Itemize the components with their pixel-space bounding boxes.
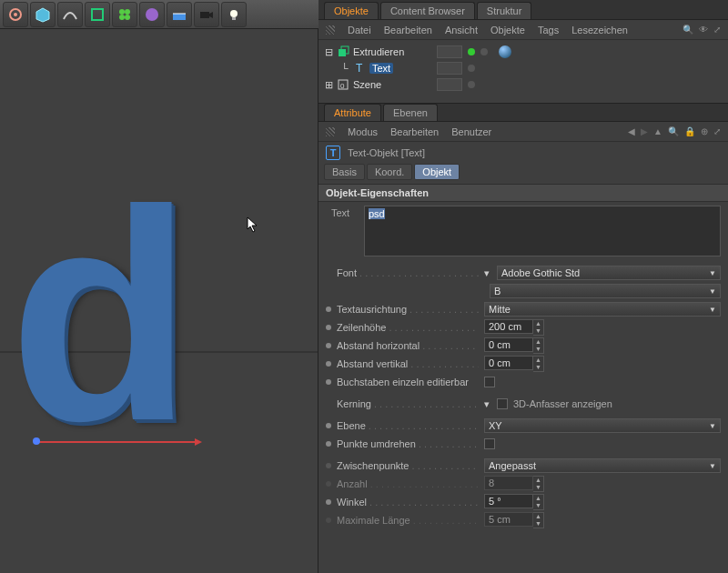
- spline-icon[interactable]: [57, 2, 83, 27]
- bullet-icon: [326, 499, 331, 505]
- prop-label: Zeilenhöhe: [337, 322, 479, 333]
- tree-item-label: Szene: [353, 79, 431, 90]
- intermediate-select[interactable]: Angepasst▼: [484, 458, 721, 473]
- text-input[interactable]: psd: [364, 206, 721, 256]
- subtab-object[interactable]: Objekt: [414, 164, 460, 180]
- spinner-icon[interactable]: ▲▼: [533, 319, 544, 336]
- show3d-checkbox[interactable]: [497, 398, 508, 409]
- search-icon[interactable]: 🔍: [682, 25, 693, 35]
- prop-hspace: Abstand horizontal ▲▼: [318, 337, 728, 355]
- prop-intermediate: Zwischenpunkte Angepasst▼: [318, 457, 728, 475]
- prop-plane: Ebene XY▼: [318, 417, 728, 435]
- hspace-input[interactable]: [484, 337, 533, 352]
- right-panel: Objekte Content Browser Struktur Datei B…: [318, 0, 728, 573]
- sphere-icon[interactable]: [139, 2, 165, 27]
- null-icon: 0: [337, 78, 349, 91]
- layer-slot[interactable]: [437, 45, 462, 58]
- bullet-icon: [326, 463, 331, 468]
- lock-icon[interactable]: 🔒: [684, 126, 695, 136]
- lineheight-input[interactable]: [484, 319, 533, 334]
- grip-icon[interactable]: [326, 25, 335, 35]
- svg-rect-11: [200, 12, 209, 18]
- eye-icon[interactable]: 👁: [699, 25, 708, 35]
- menu-file[interactable]: Datei: [348, 25, 371, 35]
- tree-expander-icon[interactable]: ⊞: [324, 79, 333, 91]
- prop-label: Punkte umdrehen: [337, 438, 479, 449]
- nav-fwd-icon[interactable]: ▶: [641, 126, 648, 136]
- spinner-icon: ▲▼: [533, 512, 544, 528]
- plane-select[interactable]: XY▼: [484, 418, 721, 433]
- bullet-icon: [326, 518, 331, 523]
- svg-marker-12: [209, 12, 213, 18]
- attr-tabs: Attribute Ebenen: [318, 104, 728, 122]
- expand-icon[interactable]: ⤢: [713, 25, 721, 35]
- prop-letters-editable: Buchstaben einzeln editierbar: [318, 373, 728, 391]
- svg-text:T: T: [356, 62, 363, 75]
- subtab-basis[interactable]: Basis: [324, 164, 365, 180]
- prop-label: Maximale Länge: [337, 515, 479, 526]
- tree-branch-icon: └: [340, 63, 349, 74]
- font-select[interactable]: Adobe Gothic Std▼: [497, 266, 721, 280]
- search-icon[interactable]: 🔍: [668, 126, 679, 136]
- menu-edit[interactable]: Bearbeiten: [390, 126, 439, 137]
- tree-item-text[interactable]: └ T Text: [320, 60, 726, 76]
- visibility-dot[interactable]: [468, 65, 475, 72]
- menu-bookmarks[interactable]: Lesezeichen: [571, 25, 628, 35]
- chevron-down-icon[interactable]: ▾: [484, 267, 491, 279]
- tab-content-browser[interactable]: Content Browser: [380, 2, 475, 19]
- floor-icon[interactable]: [167, 2, 192, 27]
- chevron-down-icon: ▼: [709, 462, 716, 470]
- tree-expander-icon[interactable]: ⊟: [324, 46, 333, 58]
- reverse-checkbox[interactable]: [484, 438, 495, 449]
- vspace-input[interactable]: [484, 356, 533, 370]
- cube-icon[interactable]: [30, 2, 56, 27]
- font-weight-select[interactable]: B▼: [490, 284, 721, 298]
- svg-marker-2: [36, 8, 49, 22]
- tree-item-extrude[interactable]: ⊟ Extrudieren: [320, 44, 726, 60]
- menu-view[interactable]: Ansicht: [445, 25, 478, 35]
- gear-icon[interactable]: [3, 2, 28, 27]
- menu-edit[interactable]: Bearbeiten: [384, 25, 432, 35]
- align-select[interactable]: Mitte▼: [484, 302, 721, 317]
- prop-label: Zwischenpunkte: [337, 460, 479, 471]
- nav-back-icon[interactable]: ◀: [628, 126, 635, 136]
- tab-objects[interactable]: Objekte: [324, 2, 379, 19]
- visibility-dot[interactable]: [468, 48, 475, 55]
- menu-user[interactable]: Benutzer: [451, 126, 491, 137]
- tree-item-scene[interactable]: ⊞ 0 Szene: [320, 76, 726, 93]
- expand-icon[interactable]: ⤢: [713, 126, 721, 136]
- deformer-icon[interactable]: [85, 2, 110, 27]
- nav-up-icon[interactable]: ▲: [653, 126, 662, 136]
- viewport-3d-object: d: [9, 166, 193, 466]
- cloner-icon[interactable]: [112, 2, 137, 27]
- camera-icon[interactable]: [194, 2, 219, 27]
- spinner-icon[interactable]: ▲▼: [533, 356, 544, 372]
- tab-layers[interactable]: Ebenen: [383, 104, 438, 121]
- spinner-icon[interactable]: ▲▼: [533, 337, 544, 354]
- chevron-down-icon: ▼: [709, 422, 716, 430]
- prop-label: Kerning: [337, 398, 479, 409]
- layer-slot[interactable]: [437, 78, 462, 91]
- letters-checkbox[interactable]: [484, 377, 495, 387]
- render-dot[interactable]: [480, 48, 488, 55]
- prop-label: Buchstaben einzeln editierbar: [337, 377, 479, 387]
- bullet-icon: [326, 307, 331, 312]
- tab-attributes[interactable]: Attribute: [324, 104, 381, 121]
- light-icon[interactable]: [221, 2, 247, 27]
- menu-tags[interactable]: Tags: [538, 25, 559, 35]
- grip-icon[interactable]: [326, 127, 335, 136]
- menu-mode[interactable]: Modus: [348, 126, 378, 137]
- tab-structure[interactable]: Struktur: [477, 2, 532, 19]
- layer-slot[interactable]: [437, 62, 462, 75]
- subtab-coord[interactable]: Koord.: [367, 164, 412, 180]
- material-tag-icon[interactable]: [499, 45, 511, 58]
- visibility-dot[interactable]: [468, 81, 475, 88]
- chevron-down-icon: ▼: [709, 269, 716, 277]
- bullet-icon: [326, 343, 331, 348]
- new-icon[interactable]: ⊕: [701, 126, 708, 136]
- chevron-down-icon[interactable]: ▾: [484, 398, 491, 410]
- menu-objects[interactable]: Objekte: [490, 25, 525, 35]
- spinner-icon[interactable]: ▲▼: [533, 494, 544, 510]
- angle-input[interactable]: [484, 494, 533, 508]
- viewport[interactable]: d: [0, 29, 318, 573]
